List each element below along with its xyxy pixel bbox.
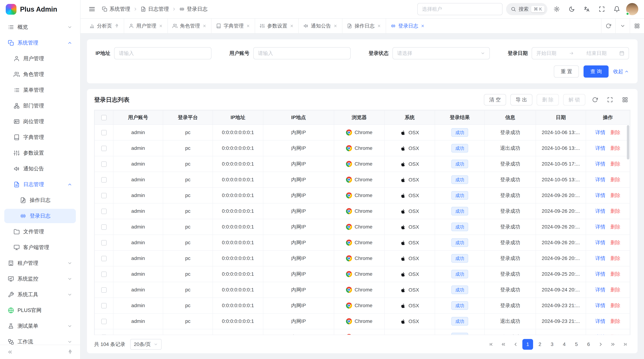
export-button[interactable]: 导 出	[510, 94, 532, 105]
sidebar-item-17[interactable]: 系统工具	[4, 288, 76, 302]
fullscreen-table-button[interactable]	[605, 94, 616, 105]
row-checkbox[interactable]	[101, 146, 106, 151]
tab-6[interactable]: 操作日志	[342, 18, 386, 33]
sidebar-item-1[interactable]: 系统管理	[4, 36, 76, 50]
dark-mode-button[interactable]	[566, 3, 578, 15]
language-button[interactable]	[581, 3, 592, 15]
row-checkbox[interactable]	[101, 256, 106, 261]
status-filter-select[interactable]: 请选择	[392, 47, 490, 59]
tab-7[interactable]: 登录日志	[386, 18, 429, 33]
collapse-sidebar-button[interactable]	[4, 346, 16, 358]
detail-link[interactable]: 详情	[595, 334, 605, 335]
sidebar-item-14[interactable]: 客户端管理	[4, 240, 76, 255]
sidebar-item-11[interactable]: 操作日志	[4, 193, 76, 207]
sidebar-item-7[interactable]: 字典管理	[4, 130, 76, 144]
row-checkbox[interactable]	[101, 224, 106, 230]
tab-1[interactable]: 用户管理	[124, 18, 168, 33]
column-settings-button[interactable]	[620, 94, 630, 105]
sidebar-item-5[interactable]: 部门管理	[4, 99, 76, 113]
sidebar-item-6[interactable]: 岗位管理	[4, 114, 76, 129]
sidebar-item-4[interactable]: 菜单管理	[4, 83, 76, 97]
delete-link[interactable]: 删除	[610, 193, 620, 198]
delete-link[interactable]: 删除	[610, 208, 620, 214]
delete-link[interactable]: 删除	[610, 319, 620, 324]
row-checkbox[interactable]	[101, 272, 106, 277]
sidebar-item-2[interactable]: 用户管理	[4, 51, 76, 66]
delete-link[interactable]: 删除	[610, 256, 620, 261]
sidebar-item-3[interactable]: 角色管理	[4, 67, 76, 81]
page-button-3[interactable]: 3	[547, 339, 558, 350]
fullscreen-button[interactable]	[596, 3, 608, 15]
sidebar-item-18[interactable]: PLUS官网	[4, 303, 76, 318]
sidebar-item-12[interactable]: 登录日志	[4, 209, 76, 223]
sidebar-item-13[interactable]: 文件管理	[4, 225, 76, 239]
close-icon[interactable]	[290, 24, 294, 28]
jump-back-button[interactable]	[498, 339, 509, 350]
pin-sidebar-button[interactable]	[64, 346, 76, 358]
menu-toggle-button[interactable]	[86, 3, 98, 15]
delete-link[interactable]: 删除	[610, 334, 620, 335]
page-button-5[interactable]: 5	[571, 339, 582, 350]
detail-link[interactable]: 详情	[595, 161, 605, 167]
jump-forward-button[interactable]	[608, 339, 618, 350]
account-filter-input[interactable]	[253, 47, 350, 59]
tab-3[interactable]: 字典管理	[211, 18, 255, 33]
row-checkbox[interactable]	[101, 240, 106, 246]
row-checkbox[interactable]	[101, 287, 106, 293]
detail-link[interactable]: 详情	[595, 256, 605, 261]
detail-link[interactable]: 详情	[595, 208, 605, 214]
clear-button[interactable]: 清 空	[484, 94, 506, 105]
row-checkbox[interactable]	[101, 161, 106, 167]
row-checkbox[interactable]	[101, 209, 106, 214]
sidebar-item-15[interactable]: 租户管理	[4, 256, 76, 270]
detail-link[interactable]: 详情	[595, 145, 605, 151]
row-checkbox[interactable]	[101, 177, 106, 183]
next-page-button[interactable]	[595, 339, 606, 350]
notifications-button[interactable]	[611, 3, 622, 15]
collapse-filters-link[interactable]: 收起	[613, 68, 629, 75]
sidebar-item-0[interactable]: 概览	[4, 20, 76, 34]
refresh-page-button[interactable]	[601, 18, 616, 33]
row-checkbox[interactable]	[101, 319, 106, 324]
close-icon[interactable]	[377, 24, 381, 28]
detail-link[interactable]: 详情	[595, 271, 605, 277]
page-size-select[interactable]: 20条/页	[130, 339, 162, 350]
sidebar-item-19[interactable]: 测试菜单	[4, 319, 76, 333]
logo[interactable]: Plus Admin	[0, 0, 80, 18]
close-icon[interactable]	[334, 24, 338, 28]
sidebar-item-10[interactable]: 日志管理	[4, 177, 76, 192]
page-button-4[interactable]: 4	[559, 339, 570, 350]
sidebar-item-8[interactable]: 参数设置	[4, 146, 76, 160]
delete-button[interactable]: 删 除	[537, 94, 559, 105]
tenant-select[interactable]: 选择租户	[417, 3, 502, 15]
last-page-button[interactable]	[620, 339, 630, 350]
breadcrumb-item-2[interactable]: 登录日志	[179, 5, 208, 13]
page-button-2[interactable]: 2	[534, 339, 545, 350]
sidebar-item-9[interactable]: 通知公告	[4, 162, 76, 176]
sidebar-item-20[interactable]: 工作流	[4, 335, 76, 345]
first-page-button[interactable]	[486, 339, 496, 350]
tab-options-button[interactable]	[616, 18, 630, 33]
delete-link[interactable]: 删除	[610, 177, 620, 182]
tab-2[interactable]: 角色管理	[168, 18, 211, 33]
detail-link[interactable]: 详情	[595, 224, 605, 230]
breadcrumb-item-1[interactable]: 日志管理	[140, 5, 169, 13]
settings-button[interactable]	[551, 3, 562, 15]
breadcrumb-item-0[interactable]: 系统管理	[102, 5, 130, 13]
select-all-checkbox[interactable]	[101, 115, 106, 120]
delete-link[interactable]: 删除	[610, 287, 620, 293]
close-icon[interactable]	[159, 24, 163, 28]
prev-page-button[interactable]	[510, 339, 521, 350]
delete-link[interactable]: 删除	[610, 240, 620, 245]
detail-link[interactable]: 详情	[595, 303, 605, 308]
detail-link[interactable]: 详情	[595, 287, 605, 293]
unlock-button[interactable]: 解 锁	[563, 94, 585, 105]
page-button-1[interactable]: 1	[522, 339, 533, 350]
close-icon[interactable]	[421, 24, 425, 28]
delete-link[interactable]: 删除	[610, 303, 620, 308]
close-icon[interactable]	[202, 24, 206, 28]
row-checkbox[interactable]	[101, 303, 106, 308]
delete-link[interactable]: 删除	[610, 145, 620, 151]
tab-0[interactable]: 分析页	[85, 18, 124, 33]
delete-link[interactable]: 删除	[610, 224, 620, 230]
